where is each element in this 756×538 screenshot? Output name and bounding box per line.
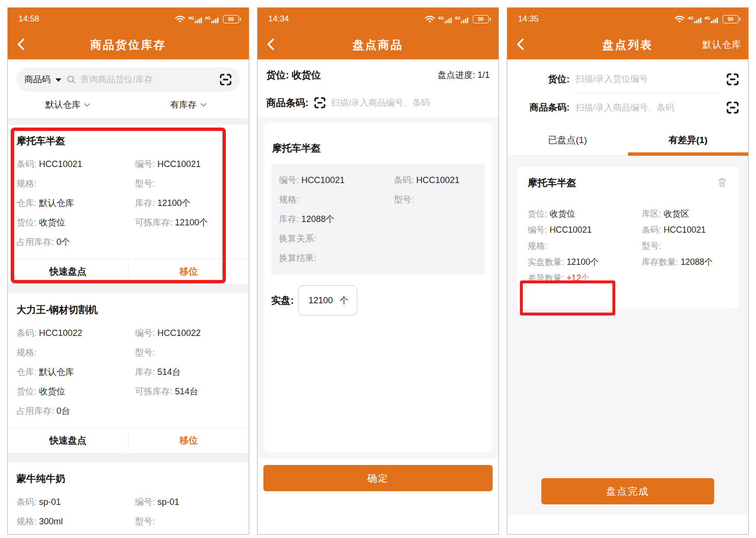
status-time: 14:35 — [518, 14, 539, 24]
signal-4g-icon: 4G — [455, 17, 469, 23]
tab-discrepancy[interactable]: 有差异(1) — [628, 125, 749, 155]
divider — [8, 118, 249, 125]
product-detail-card: 摩托车半盔 编号:HCC10021 条码:HCC10021 规格: 型号: 库存… — [264, 123, 492, 452]
product-row: 规格: 型号: — [17, 343, 240, 362]
search-input[interactable] — [80, 74, 215, 85]
tab-bar: 已盘点(1) 有差异(1) — [507, 125, 748, 156]
unit-label: 个 — [340, 295, 349, 306]
product-row: 货位:收货位 库区:收货区 — [528, 206, 728, 222]
wifi-icon — [674, 15, 685, 23]
stock-filter[interactable]: 有库存 — [129, 99, 249, 111]
footer: 确定 — [258, 458, 498, 522]
battery-icon: 90 — [473, 15, 491, 23]
location-input[interactable] — [575, 74, 720, 84]
barcode-input[interactable] — [575, 103, 720, 113]
signal-4g-icon: 4G — [704, 17, 719, 23]
product-row: 货位:收货位 可拣库存:514台 — [17, 382, 240, 401]
actual-count-input[interactable] — [307, 296, 335, 306]
nav-bar: 商品货位库存 — [8, 30, 249, 59]
filter-row: 默认仓库 有库存 — [8, 92, 249, 118]
warehouse-selector[interactable]: 默认仓库 — [702, 38, 741, 51]
product-row: 占用库存:0台 — [17, 401, 240, 421]
move-button[interactable]: 移位 — [128, 428, 249, 453]
barcode-input-row: 商品条码: — [516, 93, 739, 122]
page-title: 商品货位库存 — [8, 37, 249, 53]
confirm-button[interactable]: 确定 — [263, 465, 493, 491]
product-row: 仓库:默认仓库 库存:514台 — [17, 362, 240, 382]
footer: 盘点完成 — [541, 478, 714, 504]
barcode-label: 商品条码: — [516, 101, 570, 114]
product-title: 摩托车半盔 — [271, 130, 485, 164]
product-row: 规格: 型号: — [279, 190, 477, 209]
screen-count-list: 14:35 4G 4G 90 盘点列表 默认仓库 货位: 商品条码: — [507, 7, 749, 535]
search-category-dropdown[interactable]: 商品码 — [24, 74, 51, 85]
status-bar: 14:35 4G 4G 90 — [507, 8, 748, 30]
product-title: 摩托车半盔 — [528, 176, 576, 189]
divider — [8, 284, 249, 294]
count-body: 摩托车半盔 编号:HCC10021 条码:HCC10021 规格: 型号: 库存… — [258, 117, 498, 458]
signal-4g-icon: 4G — [438, 17, 452, 23]
barcode-input[interactable] — [331, 98, 490, 108]
signal-4g-icon: 4G — [688, 17, 702, 23]
list-body: 摩托车半盔 货位:收货位 库区:收货区 编号:HCC10021 条码:HCC10… — [507, 156, 748, 515]
product-row: 条码:HCC10022 编号:HCC10022 — [17, 323, 240, 343]
nav-bar: 盘点商品 — [258, 30, 498, 59]
product-row: 条码:sp-01 编号:sp-01 — [17, 492, 240, 512]
actual-count-row: 实盘: 个 — [271, 285, 485, 315]
nav-bar: 盘点列表 默认仓库 — [507, 30, 748, 59]
scan-icon[interactable] — [313, 96, 326, 109]
tab-counted[interactable]: 已盘点(1) — [507, 125, 628, 155]
active-tab-indicator — [628, 152, 749, 156]
product-title: 大力王-钢材切割机 — [17, 301, 240, 323]
battery-level: 90 — [473, 15, 489, 23]
status-bar: 14:34 4G 4G 90 — [258, 8, 498, 30]
finish-count-button[interactable]: 盘点完成 — [541, 478, 714, 504]
scan-icon[interactable] — [726, 101, 739, 114]
caret-down-icon — [55, 78, 61, 82]
page-title: 盘点商品 — [258, 37, 498, 53]
screenshot-collage: 14:58 4G 4G 86 商品货位库存 商品码 默认仓库 有库存 — [0, 0, 756, 538]
screen-count-product: 14:34 4G 4G 90 盘点商品 货位: 收货位 盘点进度: 1/1 商品… — [257, 7, 499, 535]
product-row: 换算结果: — [279, 248, 477, 268]
screen-product-location-inventory: 14:58 4G 4G 86 商品货位库存 商品码 默认仓库 有库存 — [7, 7, 249, 535]
wifi-icon — [174, 15, 186, 23]
quick-count-button[interactable]: 快速盘点 — [8, 428, 128, 453]
product-card: 大力王-钢材切割机 条码:HCC10022 编号:HCC10022 规格: 型号… — [8, 294, 249, 453]
wifi-icon — [424, 15, 436, 23]
scan-inputs: 货位: 商品条码: — [507, 59, 748, 122]
location-input-row: 货位: — [516, 65, 739, 93]
barcode-label: 商品条码: — [266, 96, 309, 110]
product-row: 编号:HCC10021 条码:HCC10021 — [528, 222, 728, 238]
product-row: 编号:HCC10021 条码:HCC10021 — [279, 170, 477, 190]
scan-icon[interactable] — [726, 73, 739, 86]
signal-4g-icon: 4G — [205, 17, 219, 23]
battery-level: 86 — [223, 15, 239, 23]
battery-icon: 86 — [223, 15, 241, 23]
product-row: 换算关系: — [279, 229, 477, 248]
search-bar[interactable]: 商品码 — [17, 67, 240, 92]
count-header: 货位: 收货位 盘点进度: 1/1 商品条码: — [258, 59, 498, 117]
battery-level: 90 — [722, 15, 738, 23]
status-time: 14:58 — [18, 14, 39, 24]
product-row: 库存:12088个 — [279, 209, 477, 229]
warehouse-filter[interactable]: 默认仓库 — [8, 99, 129, 111]
battery-icon: 90 — [722, 15, 740, 23]
product-title: 蒙牛纯牛奶 — [17, 470, 240, 492]
annotation-red-box — [11, 128, 226, 283]
scan-icon[interactable] — [219, 73, 232, 86]
actual-count-label: 实盘: — [271, 294, 294, 307]
product-card: 蒙牛纯牛奶 条码:sp-01 编号:sp-01 规格:300ml 型号: — [8, 463, 249, 531]
location-label: 货位: — [516, 73, 570, 86]
signal-4g-icon: 4G — [188, 17, 203, 23]
trash-icon[interactable] — [717, 176, 728, 188]
status-bar: 14:58 4G 4G 86 — [8, 8, 249, 30]
location-value: 货位: 收货位 — [266, 69, 321, 82]
product-row: 规格:300ml 型号: — [17, 512, 240, 531]
status-time: 14:34 — [268, 14, 289, 24]
card-actions: 快速盘点 移位 — [8, 427, 249, 453]
product-row: 规格: 型号: — [528, 238, 728, 254]
actual-count-field[interactable]: 个 — [298, 285, 357, 315]
search-icon — [66, 74, 76, 85]
divider — [8, 453, 249, 463]
product-row: 实盘数量:12100个 库存数量:12088个 — [528, 254, 728, 270]
